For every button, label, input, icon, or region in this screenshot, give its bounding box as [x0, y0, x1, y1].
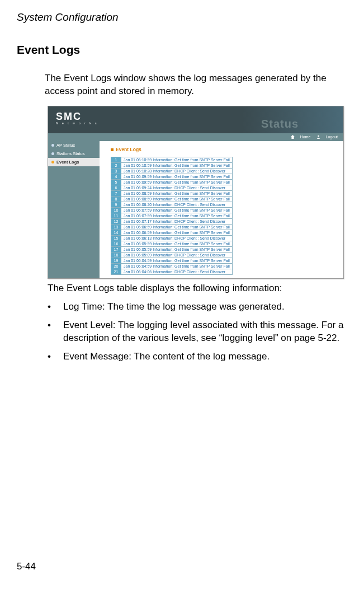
- list-item: Log Time: The time the log message was g…: [48, 301, 347, 314]
- home-label: Home: [300, 133, 311, 141]
- logo-text: SMC: [56, 111, 82, 122]
- log-message: Jan 01 06:05:09 Information: DHCP Client…: [121, 252, 233, 258]
- log-message: Jan 01 06:06:59 Information: Get time fr…: [121, 230, 233, 235]
- table-row: 10Jan 01 06:07:59 Information: Get time …: [111, 207, 233, 213]
- log-message: Jan 01 06:08:20 Information: DHCP Client…: [121, 202, 233, 207]
- log-message: Jan 01 06:04:59 Information: Get time fr…: [121, 258, 233, 263]
- log-message: Jan 01 06:06:59 Information: Get time fr…: [121, 224, 233, 230]
- log-index: 11: [111, 213, 121, 218]
- log-index: 20: [111, 263, 121, 269]
- log-index: 13: [111, 224, 121, 230]
- log-message: Jan 01 06:06:13 Information: DHCP Client…: [121, 235, 233, 241]
- table-row: 17Jan 01 06:05:59 Information: Get time …: [111, 246, 233, 252]
- table-row: 16Jan 01 06:05:59 Information: Get time …: [111, 241, 233, 246]
- table-row: 8Jan 01 06:08:59 Information: Get time f…: [111, 196, 233, 202]
- log-index: 19: [111, 258, 121, 263]
- app-toolbar: Home Logout: [48, 133, 343, 141]
- sidebar-item-stations-status[interactable]: Stations Status: [48, 149, 100, 158]
- table-row: 7Jan 01 06:08:59 Information: Get time f…: [111, 190, 233, 196]
- table-row: 12Jan 01 06:07:17 Information: DHCP Clie…: [111, 218, 233, 224]
- table-row: 6Jan 01 06:09:24 Information: DHCP Clien…: [111, 185, 233, 190]
- status-watermark: Status: [261, 118, 299, 130]
- log-message: Jan 01 06:04:06 Information: DHCP Client…: [121, 269, 233, 274]
- log-index: 8: [111, 196, 121, 202]
- main-content: Event Logs 1Jan 01 06:10:59 Information:…: [100, 141, 343, 278]
- log-index: 3: [111, 168, 121, 174]
- table-row: 5Jan 01 06:09:59 Information: Get time f…: [111, 179, 233, 185]
- table-row: 18Jan 01 06:05:09 Information: DHCP Clie…: [111, 252, 233, 258]
- log-message: Jan 01 06:08:59 Information: Get time fr…: [121, 190, 233, 196]
- log-index: 17: [111, 246, 121, 252]
- table-row: 1Jan 01 06:10:59 Information: Get time f…: [111, 157, 233, 162]
- log-index: 4: [111, 174, 121, 179]
- log-index: 9: [111, 202, 121, 207]
- app-body: AP Status Stations Status Event Logs Eve…: [48, 141, 343, 278]
- table-row: 3Jan 01 06:10:28 Information: DHCP Clien…: [111, 168, 233, 174]
- doc-header: System Configuration: [17, 11, 347, 24]
- svg-point-0: [318, 135, 319, 137]
- section-title: Event Logs: [17, 43, 347, 57]
- home-icon: [291, 135, 295, 139]
- table-row: 2Jan 01 06:10:59 Information: Get time f…: [111, 162, 233, 168]
- logout-label: Logout: [326, 133, 338, 141]
- log-index: 5: [111, 179, 121, 185]
- sidebar-item-label: AP Status: [56, 143, 75, 148]
- table-row: 9Jan 01 06:08:20 Information: DHCP Clien…: [111, 202, 233, 207]
- log-message: Jan 01 06:09:59 Information: Get time fr…: [121, 179, 233, 185]
- log-message: Jan 01 06:05:59 Information: Get time fr…: [121, 241, 233, 246]
- sidebar-item-label: Event Logs: [56, 160, 79, 165]
- log-message: Jan 01 06:10:28 Information: DHCP Client…: [121, 168, 233, 174]
- log-message: Jan 01 06:10:59 Information: Get time fr…: [121, 157, 233, 162]
- table-row: 19Jan 01 06:04:59 Information: Get time …: [111, 258, 233, 263]
- log-message: Jan 01 06:07:17 Information: DHCP Client…: [121, 218, 233, 224]
- home-link[interactable]: Home: [291, 133, 311, 141]
- table-row: 20Jan 01 06:04:59 Information: Get time …: [111, 263, 233, 269]
- event-log-table: 1Jan 01 06:10:59 Information: Get time f…: [111, 157, 233, 275]
- log-index: 12: [111, 218, 121, 224]
- bullet-icon: [51, 161, 54, 163]
- log-index: 21: [111, 269, 121, 274]
- sidebar-item-label: Stations Status: [56, 151, 84, 156]
- log-message: Jan 01 06:05:59 Information: Get time fr…: [121, 246, 233, 252]
- bullet-icon: [51, 152, 54, 155]
- sidebar-spacer: [48, 166, 100, 278]
- log-index: 7: [111, 190, 121, 196]
- log-index: 10: [111, 207, 121, 213]
- log-index: 2: [111, 162, 121, 168]
- info-bullet-list: Log Time: The time the log message was g…: [48, 301, 347, 363]
- log-message: Jan 01 06:09:59 Information: Get time fr…: [121, 174, 233, 179]
- table-row: 13Jan 01 06:06:59 Information: Get time …: [111, 224, 233, 230]
- log-index: 1: [111, 157, 121, 162]
- page-number: 5-44: [17, 561, 36, 572]
- log-message: Jan 01 06:09:24 Information: DHCP Client…: [121, 185, 233, 190]
- sidebar-item-event-logs[interactable]: Event Logs: [48, 158, 100, 166]
- log-message: Jan 01 06:08:59 Information: Get time fr…: [121, 196, 233, 202]
- intro-paragraph: The Event Logs window shows the log mess…: [45, 72, 347, 98]
- logout-icon: [316, 135, 320, 139]
- table-row: 14Jan 01 06:06:59 Information: Get time …: [111, 230, 233, 235]
- app-header: SMC N e t w o r k s Status: [48, 106, 343, 133]
- bullet-icon: [51, 144, 54, 147]
- sidebar-item-ap-status[interactable]: AP Status: [48, 141, 100, 149]
- log-index: 14: [111, 230, 121, 235]
- sidebar: AP Status Stations Status Event Logs: [48, 141, 100, 278]
- log-index: 16: [111, 241, 121, 246]
- list-item: Event Level: The logging level associate…: [48, 319, 347, 345]
- log-index: 15: [111, 235, 121, 241]
- log-message: Jan 01 06:10:59 Information: Get time fr…: [121, 162, 233, 168]
- table-row: 21Jan 01 06:04:06 Information: DHCP Clie…: [111, 269, 233, 274]
- log-message: Jan 01 06:07:59 Information: Get time fr…: [121, 207, 233, 213]
- follow-paragraph: The Event Logs table displays the follow…: [48, 282, 347, 295]
- log-message: Jan 01 06:07:59 Information: Get time fr…: [121, 213, 233, 218]
- log-index: 18: [111, 252, 121, 258]
- table-row: 4Jan 01 06:09:59 Information: Get time f…: [111, 174, 233, 179]
- table-row: 11Jan 01 06:07:59 Information: Get time …: [111, 213, 233, 218]
- event-logs-screenshot: SMC N e t w o r k s Status Home Logout A…: [48, 106, 344, 279]
- list-item: Event Message: The content of the log me…: [48, 350, 347, 363]
- logout-link[interactable]: Logout: [316, 133, 338, 141]
- panel-title: Event Logs: [111, 147, 337, 152]
- log-index: 6: [111, 185, 121, 190]
- table-row: 15Jan 01 06:06:13 Information: DHCP Clie…: [111, 235, 233, 241]
- log-message: Jan 01 06:04:59 Information: Get time fr…: [121, 263, 233, 269]
